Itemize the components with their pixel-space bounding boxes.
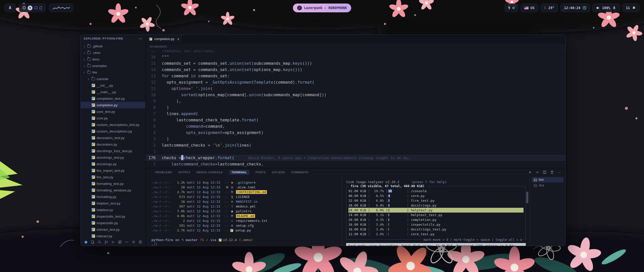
dua-row-fire_test.py[interactable]: 32.00 KiB | 6.8% || fire_test.py: [348, 198, 524, 203]
tree-item-inspectutils_test.py[interactable]: inspectutils_test.py: [81, 213, 145, 220]
explorer-icon[interactable]: [91, 240, 95, 244]
source-control-icon[interactable]: [104, 240, 108, 244]
tree-item-docstrings_test.py[interactable]: docstrings_test.py: [81, 154, 145, 161]
tree-item-formatting.py[interactable]: formatting.py: [81, 193, 145, 200]
tree-item-docstrings.py[interactable]: docstrings.py: [81, 161, 145, 167]
editor-line[interactable]: 10 sorted(options_map[command].union(sub…: [146, 92, 565, 98]
editor-line[interactable]: 6 lastcommand_check_template.format(: [146, 117, 565, 123]
dua-row-core.py[interactable]: 40.00 KiB | 8.5% || core.py: [348, 193, 524, 198]
panel-tab-problems[interactable]: PROBLEMS: [155, 171, 172, 174]
editor-line[interactable]: 11 options=' '.join(: [146, 85, 565, 92]
dua-row-completion.py[interactable]: 20.00 KiB | 4.3% || completion.py: [348, 217, 524, 222]
tree-item-formatting_test.py[interactable]: formatting_test.py: [81, 180, 145, 187]
workspace-circle-icon[interactable]: [23, 6, 26, 9]
more-views-icon[interactable]: [125, 240, 129, 244]
editor-line[interactable]: 14commands_set = commands_set.union(set(…: [146, 66, 565, 73]
tree-item-custom_descriptions_test.py[interactable]: custom_descriptions_test.py: [81, 121, 145, 128]
settings-gear-icon[interactable]: ⚙: [132, 240, 136, 244]
tree-item-.venv[interactable]: ›.venv: [81, 49, 145, 56]
terminal-cursor-line[interactable]: ›: [151, 243, 342, 246]
editor-line[interactable]: 15commands_set = commands_set.union(set(…: [146, 60, 565, 66]
dua-row-docstrings.py[interactable]: 28.00 KiB | 6.0% || docstrings.py: [348, 203, 524, 208]
clock-widget[interactable]: 12:40:24: [560, 4, 590, 12]
run-debug-icon[interactable]: [111, 240, 115, 244]
volume-widget[interactable]: 100%: [592, 4, 620, 12]
search-icon[interactable]: [97, 240, 101, 244]
tree-item-completion_test.py[interactable]: completion_test.py: [81, 95, 145, 102]
editor-line[interactable]: 13for command in commands_set:: [146, 73, 565, 79]
editor-line[interactable]: 4 opts_assignment=opts_assignment): [146, 129, 565, 136]
keyboard-layout-widget[interactable]: US: [521, 4, 538, 12]
notifications-widget[interactable]: 11: [622, 4, 639, 12]
tree-item-examples[interactable]: ›examples: [81, 62, 145, 69]
tree-item-docstrings_fuzz_test.py[interactable]: docstrings_fuzz_test.py: [81, 148, 145, 154]
editor-line[interactable]: 1 lastcommand_checks=lastcommand_checks,: [146, 161, 565, 167]
editor-line[interactable]: 16""": [146, 54, 565, 60]
editor-line[interactable]: 9 ),: [146, 98, 565, 104]
workspace-doc-icon[interactable]: [39, 6, 42, 10]
panel-tab-debug-console[interactable]: DEBUG CONSOLE: [196, 171, 223, 174]
editor[interactable]: 17commands_set.add(name)16"""15commands_…: [146, 50, 565, 168]
panel-tab-comments[interactable]: COMMENTS: [291, 171, 308, 174]
dua-row-docstrings_test.py[interactable]: 16.00 KiB | 3.4% || docstrings_test.py: [348, 227, 524, 232]
tree-item-fire[interactable]: ›fire: [81, 69, 145, 76]
system-graph-widget[interactable]: [49, 4, 73, 12]
split-terminal-icon[interactable]: [543, 170, 547, 174]
editor-line-current[interactable]: 176checks =check_wrapper.format(David Bi…: [146, 155, 565, 161]
tree-item-completion.py[interactable]: completion.py: [81, 102, 145, 108]
tree-item-interact.py[interactable]: interact.py: [81, 233, 145, 238]
panel-tab-ports[interactable]: PORTS: [256, 171, 266, 174]
account-icon[interactable]: [138, 240, 142, 244]
terminal-fish[interactable]: .rw-r--r-- 1.2k matt 12 Aug 12:32 -- ◆ .…: [146, 176, 342, 246]
tree-item-helptext_test.py[interactable]: helptext_test.py: [81, 200, 145, 207]
terminal-list-item-dua[interactable]: dua: [532, 183, 564, 188]
extensions-icon[interactable]: [118, 240, 122, 244]
music-widget[interactable]: ♪ Lazerpunk - ROBOPHONK: [293, 4, 351, 12]
tree-item-custom_descriptions.py[interactable]: custom_descriptions.py: [81, 128, 145, 134]
dua-row-inspectutils.py[interactable]: 16.00 KiB | 3.4% || inspectutils.py: [348, 222, 524, 227]
chevron-down-icon[interactable]: [535, 170, 539, 174]
panel-more-icon[interactable]: ⋯: [557, 170, 561, 174]
breadcrumb[interactable]: no elements: [146, 43, 565, 50]
editor-line[interactable]: 7 lines.append(: [146, 111, 565, 117]
tree-item-console[interactable]: ›console: [81, 76, 145, 82]
dua-row-helptext.py[interactable]: 28.00 KiB | 6.0% || helptext.py: [348, 208, 524, 213]
trash-icon[interactable]: [550, 170, 554, 174]
modified-dot-icon[interactable]: ●: [177, 38, 179, 40]
new-terminal-icon[interactable]: [528, 170, 532, 174]
tree-item-interact_test.py[interactable]: interact_test.py: [81, 226, 145, 233]
dua-row-/console[interactable]: 92.00 KiB | 19.7% || /console: [348, 189, 524, 193]
panel-tab-gitlens[interactable]: GITLENS: [272, 171, 285, 174]
tree-item-.github[interactable]: ›.github: [81, 43, 145, 49]
editor-line[interactable]: 8 ): [146, 104, 565, 111]
editor-line[interactable]: 17commands_set.add(name): [146, 50, 565, 54]
workspace-active-badge[interactable]: N: [28, 6, 32, 10]
weather-widget[interactable]: ☾ 29°: [541, 4, 558, 12]
tree-item-docs[interactable]: ›docs: [81, 56, 145, 62]
editor-line[interactable]: 1: [146, 148, 565, 155]
panel-tab-terminal[interactable]: TERMINAL: [229, 170, 250, 175]
launcher-button[interactable]: A: [5, 4, 16, 12]
tree-item-inspectutils.py[interactable]: inspectutils.py: [81, 220, 145, 226]
tree-item-core_test.py[interactable]: core_test.py: [81, 108, 145, 115]
panel-tab-output[interactable]: OUTPUT: [178, 171, 190, 174]
remote-status-icon[interactable]: [84, 240, 88, 244]
explorer-actions-icon[interactable]: ⋯: [139, 37, 142, 41]
editor-line[interactable]: 5 command=command,: [146, 123, 565, 129]
tree-item-core.py[interactable]: core.py: [81, 115, 145, 121]
terminal-dua[interactable]: Disk Usage Analyzer v2.29.2 (press ? for…: [342, 176, 530, 246]
editor-line[interactable]: 3 ): [146, 136, 565, 142]
dua-row-core_test.py[interactable]: 12.00 KiB | 2.6% || core_test.py: [348, 232, 524, 236]
tree-item-decorators.py[interactable]: decorators.py: [81, 141, 145, 148]
tree-item-decorators_test.py[interactable]: decorators_test.py: [81, 134, 145, 141]
editor-line[interactable]: 2lastcommand_checks = '\n'.join(lines): [146, 142, 565, 148]
updates-widget[interactable]: 9 ⚙: [505, 4, 518, 12]
tree-item-fire_test.py[interactable]: fire_test.py: [81, 174, 145, 180]
tree-item-fire_import_test.py[interactable]: fire_import_test.py: [81, 167, 145, 174]
dua-row-helptext_test.py[interactable]: 24.00 KiB | 5.1% || helptext_test.py: [348, 213, 524, 217]
workspace-square-icon[interactable]: [34, 6, 37, 9]
editor-line[interactable]: 12 opts_assignment = _GetOptsAssignmentT…: [146, 79, 565, 85]
tree-item-helptext.py[interactable]: helptext.py: [81, 207, 145, 213]
terminal-list-item-fish[interactable]: fish: [532, 177, 564, 183]
dua-scrollbar[interactable]: [526, 192, 528, 203]
